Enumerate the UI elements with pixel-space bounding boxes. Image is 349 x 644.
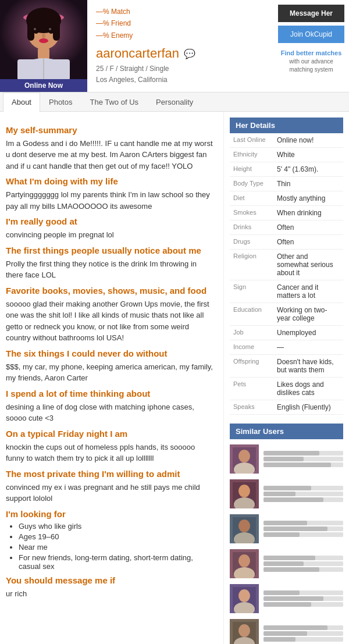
similar-user-item[interactable] (230, 582, 343, 615)
details-row: Job Unemployed (230, 325, 343, 340)
right-column: Her Details Last Online Online now! Ethn… (224, 112, 349, 644)
detail-value: Likes dogs and dislikes cats (273, 377, 343, 400)
detail-value: English (Fluently) (273, 400, 343, 414)
similar-info (263, 485, 343, 503)
details-row: Body Type Thin (230, 176, 343, 191)
svg-point-9 (34, 28, 36, 30)
similar-user-item[interactable] (230, 617, 343, 644)
left-column: My self-summary Im a Godess and i do Me!… (0, 112, 224, 644)
section-title-good-at: I'm really good at (6, 216, 215, 226)
similar-thumb (230, 514, 259, 543)
section-text-message-if: ur rich (6, 588, 215, 600)
tab-about[interactable]: About (3, 92, 40, 112)
detail-label: Offspring (230, 354, 273, 377)
username-row: aaroncarterfan 💬 (96, 46, 265, 61)
detail-label: Drugs (230, 234, 273, 249)
online-badge: Online Now (0, 79, 87, 92)
detail-label: Diet (230, 191, 273, 205)
similar-users-box: Similar Users (230, 424, 343, 644)
chat-icon[interactable]: 💬 (184, 48, 195, 59)
details-row: Diet Mostly anything (230, 191, 343, 205)
detail-value: Often (273, 220, 343, 234)
details-row: Smokes When drinking (230, 205, 343, 220)
section-message-if: You should message me if ur rich (6, 575, 215, 600)
detail-value: When drinking (273, 205, 343, 220)
section-friday-night: On a typical Friday night I am knockin t… (6, 429, 215, 464)
section-favorites: Favorite books, movies, shows, music, an… (6, 286, 215, 344)
tab-photos[interactable]: Photos (40, 92, 81, 111)
tab-two-of-us[interactable]: The Two of Us (81, 92, 147, 111)
section-text-friday-night: knockin the cups out of homeless ppls ha… (6, 442, 215, 464)
section-title-six-things: The six things I could never do without (6, 348, 215, 358)
section-private: The most private thing I'm willing to ad… (6, 469, 215, 504)
section-title-message-if: You should message me if (6, 575, 215, 585)
detail-label: Last Online (230, 133, 273, 148)
section-six-things: The six things I could never do without … (6, 348, 215, 384)
similar-user-item[interactable] (230, 478, 343, 510)
details-row: Drugs Often (230, 234, 343, 249)
section-text-notice: Prolly the first thing they notice is th… (6, 258, 215, 281)
section-looking-for: I'm looking for Guys who like girls Ages… (6, 509, 215, 571)
details-row: Height 5' 4" (1.63m). (230, 162, 343, 176)
section-self-summary: My self-summary Im a Godess and i do Me!… (6, 125, 215, 172)
details-header: Her Details (230, 118, 343, 133)
section-text-self-summary: Im a Godess and i do Me!!!!!. IF u cant … (6, 138, 215, 172)
details-row: Religion Other and somewhat serious abou… (230, 249, 343, 280)
similar-info (263, 520, 343, 538)
svg-point-35 (238, 589, 250, 602)
detail-label: Drinks (230, 220, 273, 234)
similar-user-item[interactable] (230, 443, 343, 475)
section-thinking-about: I spend a lot of time thinking about des… (6, 389, 215, 424)
detail-label: Smokes (230, 205, 273, 220)
detail-value: Other and somewhat serious about it (273, 249, 343, 280)
tab-personality[interactable]: Personality (147, 92, 202, 111)
details-row: Education Working on two-year college (230, 303, 343, 325)
similar-users-grid (230, 443, 343, 644)
detail-label: Body Type (230, 176, 273, 191)
similar-user-item[interactable] (230, 513, 343, 545)
similar-thumb (230, 549, 259, 578)
section-text-doing-life: Partyinggggggg lol my parents think I'm … (6, 189, 215, 212)
list-item: Ages 19–60 (19, 532, 215, 541)
similar-user-item[interactable] (230, 547, 343, 580)
nav-tabs: About Photos The Two of Us Personality (0, 92, 349, 112)
detail-label: Job (230, 325, 273, 340)
detail-label: Height (230, 162, 273, 176)
svg-point-8 (48, 27, 54, 34)
svg-point-27 (238, 520, 250, 532)
section-text-favorites: sooooo glad their making another Grown U… (6, 298, 215, 344)
detail-label: Education (230, 303, 273, 325)
join-button[interactable]: Join OkCupid (278, 26, 344, 43)
svg-point-11 (42, 34, 45, 38)
detail-value: Online now! (273, 133, 343, 148)
section-title-friday-night: On a typical Friday night I am (6, 429, 215, 439)
section-title-self-summary: My self-summary (6, 125, 215, 135)
detail-label: Religion (230, 249, 273, 280)
similar-thumb (230, 619, 259, 644)
section-text-thinking-about: desining a line of dog close with matchi… (6, 401, 215, 424)
user-meta: 25 / F / Straight / Single Los Angeles, … (96, 63, 265, 86)
detail-value: Mostly anything (273, 191, 343, 205)
profile-photo-wrap: Online Now (0, 0, 87, 92)
section-text-six-things: $$$, my car, my phone, keeping america a… (6, 361, 215, 384)
svg-point-19 (238, 450, 250, 462)
similar-info (263, 554, 343, 573)
section-doing-life: What I'm doing with my life Partyinggggg… (6, 176, 215, 212)
details-row: Speaks English (Fluently) (230, 400, 343, 414)
detail-label: Ethnicity (230, 147, 273, 162)
section-title-thinking-about: I spend a lot of time thinking about (6, 389, 215, 399)
profile-header: Online Now —% Match —% Friend —% Enemy a… (0, 0, 349, 92)
section-title-notice: The first things people usually notice a… (6, 245, 215, 255)
detail-value: Thin (273, 176, 343, 191)
header-middle: —% Match —% Friend —% Enemy aaroncarterf… (87, 0, 273, 92)
detail-value: Cancer and it matters a lot (273, 280, 343, 303)
username[interactable]: aaroncarterfan (96, 46, 179, 61)
list-item: Near me (19, 543, 215, 552)
details-box: Her Details Last Online Online now! Ethn… (230, 118, 343, 415)
svg-point-12 (39, 38, 48, 43)
details-row: Drinks Often (230, 220, 343, 234)
header-right: Message Her Join OkCupid Find better mat… (273, 0, 349, 92)
message-button[interactable]: Message Her (278, 5, 344, 22)
section-text-private: convinced my ex i was pregnant and he st… (6, 482, 215, 504)
find-better: Find better matches with our advance mat… (278, 49, 344, 74)
